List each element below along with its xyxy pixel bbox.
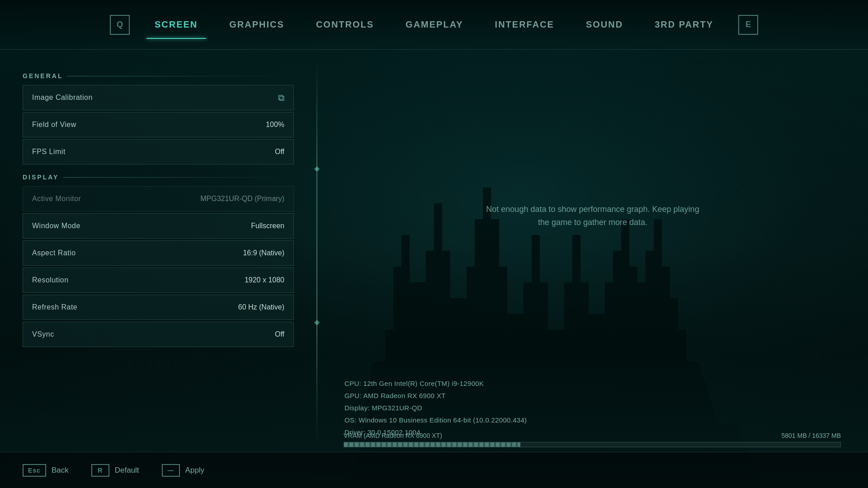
section-header-display: DISPLAY (23, 174, 294, 181)
panel-divider (316, 59, 317, 443)
row-fps-limit[interactable]: FPS Limit Off (23, 139, 294, 164)
vram-header: VRAM (AMD Radeon RX 6900 XT) 5801 MB / 1… (344, 432, 841, 439)
tab-gameplay[interactable]: Gameplay (390, 10, 479, 39)
value-aspect-ratio: 16:9 (Native) (243, 249, 284, 257)
label-field-of-view: Field of View (32, 121, 76, 129)
section-header-general: GENERAL (23, 72, 294, 80)
nav-icon-right[interactable]: E (738, 15, 758, 35)
row-vsync[interactable]: VSync Off (23, 322, 294, 347)
apply-label: Apply (185, 466, 205, 475)
copy-icon: ⧉ (278, 93, 284, 103)
label-refresh-rate: Refresh Rate (32, 303, 77, 311)
sys-cpu: CPU: 12th Gen Intel(R) Core(TM) i9-12900… (344, 377, 841, 389)
vram-usage: 5801 MB / 16337 MB (781, 432, 841, 439)
back-key-icon: Esc (23, 464, 46, 477)
settings-panel: GENERAL Image Calibration ⧉ Field of Vie… (0, 50, 316, 452)
vram-label: VRAM (AMD Radeon RX 6900 XT) (344, 432, 442, 439)
value-active-monitor: MPG321UR-QD (Primary) (200, 195, 284, 203)
nav-icon-left[interactable]: Q (110, 15, 130, 35)
row-aspect-ratio[interactable]: Aspect Ratio 16:9 (Native) (23, 240, 294, 266)
main-content: GENERAL Image Calibration ⧉ Field of Vie… (0, 50, 868, 452)
value-field-of-view: 100% (266, 121, 284, 129)
info-panel: Not enough data to show performance grap… (317, 50, 868, 452)
label-vsync: VSync (32, 330, 54, 338)
label-fps-limit: FPS Limit (32, 148, 66, 156)
vram-bar-fill (344, 442, 520, 447)
vram-bar-background (344, 442, 841, 447)
tab-graphics[interactable]: Graphics (213, 10, 300, 39)
label-active-monitor: Active Monitor (32, 195, 81, 203)
default-key-icon: R (91, 464, 109, 477)
tab-3rdparty[interactable]: 3rd Party (639, 10, 729, 39)
tab-controls[interactable]: Controls (300, 10, 390, 39)
value-vsync: Off (275, 330, 284, 338)
label-aspect-ratio: Aspect Ratio (32, 249, 76, 257)
navigation-bar: Q Screen Graphics Controls Gameplay Inte… (0, 0, 868, 50)
performance-message: Not enough data to show performance grap… (480, 63, 706, 368)
back-label: Back (52, 466, 69, 475)
default-button[interactable]: R Default (91, 464, 139, 477)
value-resolution: 868 x 488 (245, 276, 284, 284)
vram-section: VRAM (AMD Radeon RX 6900 XT) 5801 MB / 1… (316, 427, 868, 452)
tab-interface[interactable]: Interface (479, 10, 570, 39)
sys-os: OS: Windows 10 Business Edition 64-bit (… (344, 414, 841, 426)
row-refresh-rate[interactable]: Refresh Rate 60 Hz (Native) (23, 295, 294, 320)
label-image-calibration: Image Calibration (32, 94, 93, 102)
label-resolution: Resolution (32, 276, 69, 284)
bottom-bar: Esc Back R Default — Apply (0, 452, 868, 488)
value-refresh-rate: 60 Hz (Native) (238, 303, 284, 311)
row-field-of-view[interactable]: Field of View 100% (23, 112, 294, 137)
apply-button[interactable]: — Apply (162, 464, 205, 477)
value-fps-limit: Off (275, 148, 284, 156)
row-window-mode[interactable]: Window Mode Fullscreen (23, 213, 294, 239)
apply-key-icon: — (162, 464, 180, 477)
sys-gpu: GPU: AMD Radeon RX 6900 XT (344, 389, 841, 402)
sys-display: Display: MPG321UR-QD (344, 402, 841, 414)
row-resolution[interactable]: Resolution 868 x 488 (23, 267, 294, 293)
tab-screen[interactable]: Screen (139, 10, 213, 39)
tab-sound[interactable]: Sound (570, 10, 639, 39)
back-button[interactable]: Esc Back (23, 464, 69, 477)
value-window-mode: Fullscreen (251, 222, 284, 230)
row-image-calibration[interactable]: Image Calibration ⧉ (23, 85, 294, 110)
default-label: Default (115, 466, 139, 475)
row-active-monitor: Active Monitor MPG321UR-QD (Primary) (23, 186, 294, 211)
label-window-mode: Window Mode (32, 222, 80, 230)
